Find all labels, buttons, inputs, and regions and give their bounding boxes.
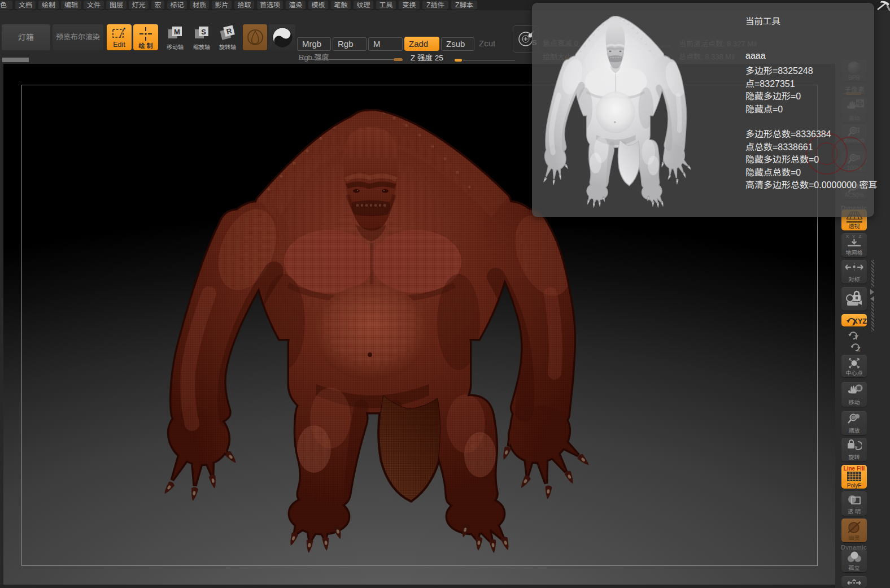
svg-text:S: S bbox=[201, 28, 206, 36]
svg-text:XYZ: XYZ bbox=[853, 317, 867, 325]
svg-text:Y: Y bbox=[854, 334, 859, 341]
svg-text:M: M bbox=[174, 28, 180, 36]
svg-text:Z: Z bbox=[857, 346, 861, 352]
